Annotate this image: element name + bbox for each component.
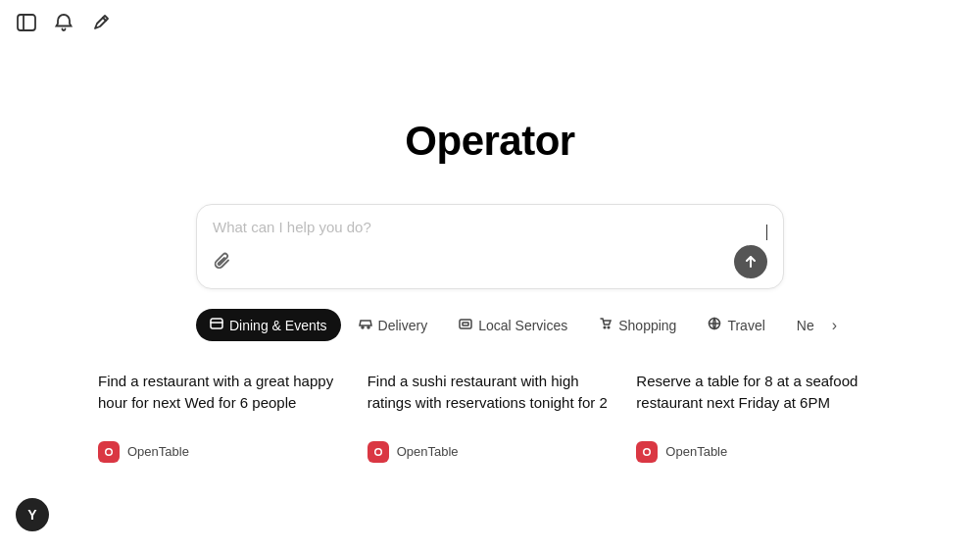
svg-point-7 <box>368 326 369 328</box>
svg-point-14 <box>107 449 112 454</box>
app-title: Operator <box>405 118 574 165</box>
tabs-container: Dining & Events Delivery Local Services <box>196 309 784 341</box>
card-1-source: OpenTable <box>98 441 344 463</box>
svg-rect-9 <box>463 323 468 326</box>
card-2-text: Find a sushi restaurant with high rating… <box>368 371 613 414</box>
card-3-text: Reserve a table for 8 at a seafood resta… <box>636 371 882 414</box>
svg-rect-8 <box>460 320 471 328</box>
card-3-source-label: OpenTable <box>665 444 727 459</box>
card-2-source: OpenTable <box>368 441 613 463</box>
search-input[interactable] <box>213 219 765 235</box>
tab-travel[interactable]: Travel <box>694 309 778 341</box>
top-bar <box>16 12 112 33</box>
more-chevron-icon: › <box>832 317 837 334</box>
svg-point-16 <box>375 449 380 454</box>
tab-more-item[interactable]: Ne <box>783 310 828 341</box>
svg-point-18 <box>645 449 650 454</box>
card-1-source-label: OpenTable <box>127 444 189 459</box>
tab-local-services[interactable]: Local Services <box>445 309 581 341</box>
card-3-source: OpenTable <box>636 441 882 463</box>
tab-more-label: Ne <box>797 318 814 333</box>
tab-travel-label: Travel <box>727 318 764 333</box>
tab-dining[interactable]: Dining & Events <box>196 309 341 341</box>
local-services-icon <box>459 317 472 333</box>
svg-rect-4 <box>211 319 222 328</box>
svg-point-11 <box>608 326 610 328</box>
svg-point-6 <box>362 326 364 328</box>
search-container <box>196 204 784 289</box>
search-bottom-row <box>213 245 767 278</box>
tab-delivery[interactable]: Delivery <box>345 309 442 341</box>
avatar[interactable]: Y <box>16 498 49 531</box>
card-3[interactable]: Reserve a table for 8 at a seafood resta… <box>636 371 882 463</box>
opentable-logo-1 <box>98 441 120 463</box>
tab-delivery-label: Delivery <box>378 318 428 333</box>
tab-shopping[interactable]: Shopping <box>585 309 690 341</box>
card-1-text: Find a restaurant with a great happy hou… <box>98 371 344 414</box>
bell-icon[interactable] <box>53 12 74 33</box>
travel-icon <box>708 317 721 333</box>
attach-icon[interactable] <box>213 252 232 272</box>
main-content: Operator <box>0 0 980 463</box>
delivery-icon <box>359 317 372 333</box>
tab-dining-label: Dining & Events <box>229 318 327 333</box>
tabs-more-button[interactable]: › <box>832 312 837 339</box>
tab-shopping-label: Shopping <box>618 318 676 333</box>
dining-icon <box>210 317 223 333</box>
text-cursor <box>766 225 767 240</box>
send-button[interactable] <box>734 245 767 278</box>
compose-icon[interactable] <box>90 12 112 33</box>
card-1[interactable]: Find a restaurant with a great happy hou… <box>98 371 344 463</box>
opentable-logo-2 <box>368 441 389 463</box>
svg-line-2 <box>103 18 106 21</box>
avatar-label: Y <box>27 507 36 523</box>
card-2[interactable]: Find a sushi restaurant with high rating… <box>368 371 613 463</box>
svg-point-10 <box>604 326 606 328</box>
sidebar-toggle-icon[interactable] <box>16 12 37 33</box>
tab-local-label: Local Services <box>478 318 567 333</box>
cards-container: Find a restaurant with a great happy hou… <box>98 371 882 463</box>
shopping-icon <box>599 317 612 333</box>
card-2-source-label: OpenTable <box>397 444 459 459</box>
opentable-logo-3 <box>636 441 658 463</box>
svg-rect-0 <box>18 15 35 30</box>
